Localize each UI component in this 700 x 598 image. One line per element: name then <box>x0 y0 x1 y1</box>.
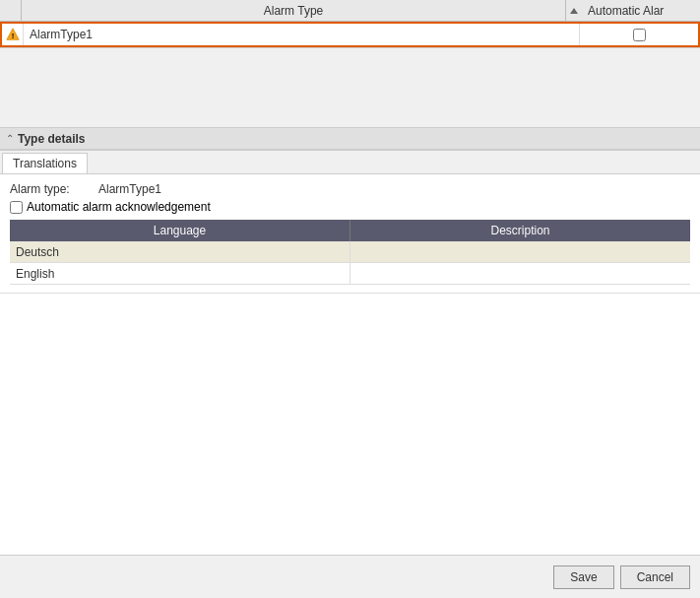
type-details-title: Type details <box>18 132 85 146</box>
auto-ack-header-label: Automatic Alar <box>588 4 664 18</box>
tabs-container: Translations <box>0 151 700 174</box>
header-alarm-type[interactable]: Alarm Type <box>22 0 566 21</box>
svg-text:!: ! <box>11 32 14 40</box>
alarm-type-name-label: AlarmType1 <box>30 28 93 41</box>
type-details-header: ⌃ Type details <box>0 128 700 150</box>
desc-cell-english <box>350 263 690 284</box>
lang-cell-deutsch: Deutsch <box>10 241 350 262</box>
auto-ack-checkbox[interactable] <box>10 201 23 214</box>
alarm-type-label: Alarm type: <box>10 182 98 196</box>
row-alarm-type-name: AlarmType1 <box>24 24 580 45</box>
save-button[interactable]: Save <box>553 565 613 589</box>
lang-row-english[interactable]: English <box>10 263 690 285</box>
detail-content: Alarm type: AlarmType1 Automatic alarm a… <box>0 174 700 294</box>
main-body <box>0 294 700 555</box>
alarm-type-value: AlarmType1 <box>98 182 161 196</box>
auto-ack-label: Automatic alarm acknowledgement <box>27 200 211 214</box>
auto-ack-row: Automatic alarm acknowledgement <box>10 200 690 214</box>
tab-translations-label: Translations <box>13 157 77 170</box>
table-row[interactable]: ! AlarmType1 <box>0 22 700 47</box>
sort-triangle-icon <box>570 8 578 14</box>
bottom-bar: Save Cancel <box>0 555 700 598</box>
row-warning-col: ! <box>2 24 24 45</box>
alarm-type-header-label: Alarm Type <box>264 4 323 18</box>
collapse-icon[interactable]: ⌃ <box>6 133 14 144</box>
auto-ack-checkbox-row[interactable] <box>633 29 646 41</box>
warning-icon: ! <box>6 28 20 41</box>
header-auto-ack: Automatic Alar <box>582 0 700 21</box>
row-auto-ack-col <box>580 24 698 45</box>
desc-cell-deutsch <box>350 241 690 262</box>
lang-name-deutsch: Deutsch <box>16 245 59 259</box>
header-icon-col <box>0 0 22 21</box>
middle-spacer <box>0 48 700 127</box>
lang-table-header: Language Description <box>10 220 690 241</box>
description-col-label: Description <box>490 224 549 237</box>
desc-col-header: Description <box>350 220 690 241</box>
language-col-label: Language <box>154 224 206 237</box>
tab-translations[interactable]: Translations <box>2 153 88 173</box>
table-header: Alarm Type Automatic Alar <box>0 0 700 22</box>
lang-row-deutsch[interactable]: Deutsch <box>10 241 690 263</box>
lang-name-english: English <box>16 267 54 281</box>
sort-icon[interactable] <box>566 8 582 14</box>
lang-cell-english: English <box>10 263 350 284</box>
type-details-section: ⌃ Type details <box>0 127 700 151</box>
alarm-type-row: Alarm type: AlarmType1 <box>10 182 690 196</box>
cancel-button[interactable]: Cancel <box>620 565 690 589</box>
alarm-type-table: Alarm Type Automatic Alar ! AlarmType1 <box>0 0 700 48</box>
lang-col-header: Language <box>10 220 350 241</box>
